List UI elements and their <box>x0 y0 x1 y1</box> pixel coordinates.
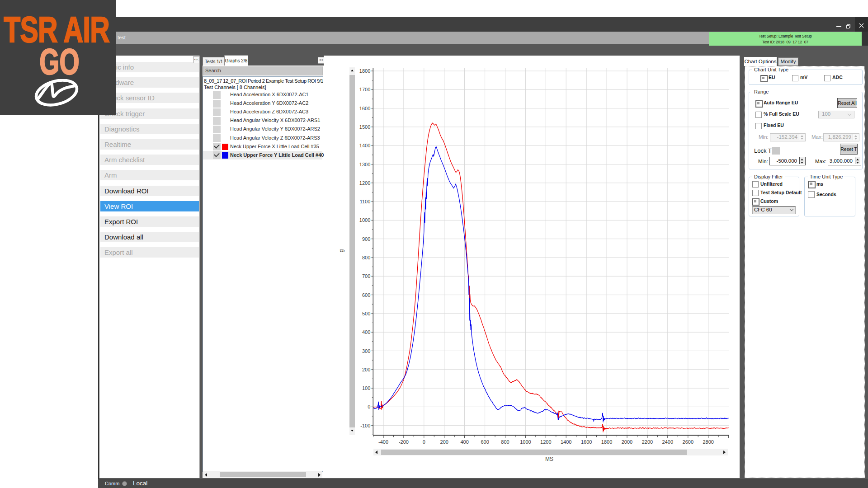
svg-text:1200: 1200 <box>359 180 370 186</box>
svg-text:900: 900 <box>362 236 370 242</box>
svg-text:600: 600 <box>481 439 489 445</box>
svg-text:500: 500 <box>362 311 370 316</box>
svg-text:1500: 1500 <box>359 124 370 130</box>
svg-text:100: 100 <box>362 385 370 391</box>
svg-text:1000: 1000 <box>359 217 370 223</box>
svg-text:1800: 1800 <box>601 439 612 445</box>
svg-text:600: 600 <box>362 292 370 298</box>
svg-text:1300: 1300 <box>359 162 370 167</box>
svg-text:0: 0 <box>423 439 425 445</box>
svg-text:-400: -400 <box>378 439 388 445</box>
svg-text:300: 300 <box>362 348 370 354</box>
svg-text:2800: 2800 <box>703 439 713 445</box>
svg-text:700: 700 <box>362 273 370 279</box>
svg-text:800: 800 <box>362 255 370 260</box>
svg-text:0: 0 <box>368 404 370 409</box>
svg-text:-200: -200 <box>399 439 409 445</box>
svg-text:2600: 2600 <box>683 439 693 445</box>
svg-text:200: 200 <box>440 439 448 445</box>
svg-text:400: 400 <box>362 329 370 335</box>
svg-text:1400: 1400 <box>561 439 571 445</box>
svg-text:1100: 1100 <box>360 199 371 204</box>
svg-text:1600: 1600 <box>581 439 592 445</box>
svg-text:1600: 1600 <box>359 106 370 111</box>
svg-text:2400: 2400 <box>662 439 673 445</box>
svg-text:200: 200 <box>362 367 370 372</box>
svg-text:1700: 1700 <box>359 87 370 92</box>
svg-text:1800: 1800 <box>359 68 370 74</box>
svg-text:1400: 1400 <box>359 143 370 148</box>
svg-text:-100: -100 <box>360 423 370 428</box>
svg-text:2200: 2200 <box>642 439 653 445</box>
svg-text:1200: 1200 <box>540 439 551 445</box>
svg-text:1000: 1000 <box>520 439 531 445</box>
svg-text:800: 800 <box>501 439 509 445</box>
svg-text:400: 400 <box>460 439 468 445</box>
svg-text:2000: 2000 <box>622 439 632 445</box>
